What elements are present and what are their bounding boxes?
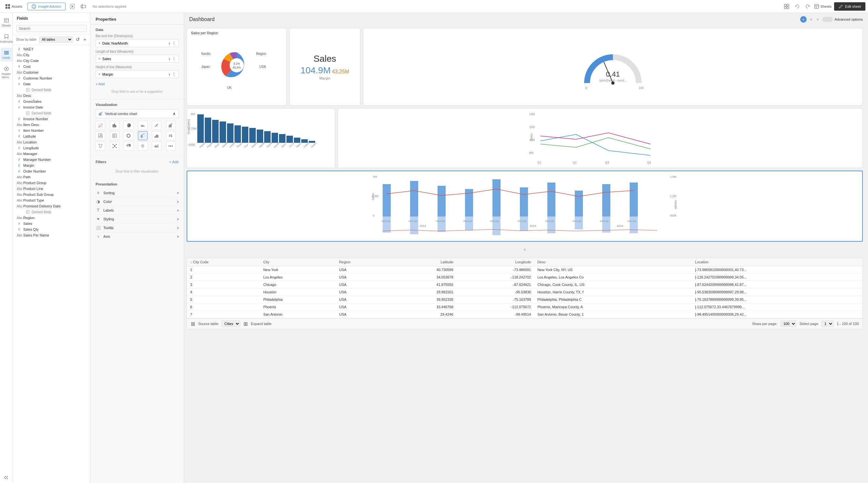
- field-item-path[interactable]: Abc Path: [13, 174, 90, 180]
- pres-styling[interactable]: ✦ Styling ›: [96, 215, 179, 223]
- table-row[interactable]: 3 Chicago USA 41.875555 -87.624421 Chica…: [187, 281, 863, 289]
- gauge-card[interactable]: 0.41 (sum(Sales) - sum(... 0 100: [363, 28, 863, 105]
- add-chart-button[interactable]: +: [800, 16, 807, 23]
- pres-sorting[interactable]: ≡ Sorting ›: [96, 189, 179, 198]
- field-item-product-sub-group[interactable]: Abc Product Sub Group: [13, 191, 90, 198]
- sheets-button[interactable]: Sheets: [814, 4, 832, 9]
- viz-icon-line[interactable]: 📈: [96, 121, 105, 130]
- field-item-latitude[interactable]: # Latitude: [13, 133, 90, 139]
- viz-icon-gauge[interactable]: [138, 121, 148, 130]
- field-item-item-number[interactable]: # Item Number: [13, 128, 90, 133]
- pres-axis[interactable]: ↕ Axis ›: [96, 232, 179, 241]
- viz-icon-histogram[interactable]: [152, 131, 161, 140]
- table-row[interactable]: 4 Houston USA 29.981501 -95.53836 Housto…: [187, 289, 863, 296]
- undo-button[interactable]: [794, 3, 801, 10]
- selection-tool-button[interactable]: [79, 2, 88, 11]
- bar-chart-card[interactable]: 6M 2.75M -500k Sum(Sales): [187, 108, 335, 168]
- viz-icon-scatter[interactable]: [152, 121, 161, 130]
- col-desc[interactable]: Desc: [534, 258, 692, 266]
- sales-kpi-card[interactable]: Sales 104.9M 43.25M Margin: [289, 28, 361, 105]
- date-year-month-field[interactable]: ≡ Date.YearMonth › ⋮: [96, 39, 179, 47]
- table-row[interactable]: 5 Philadelphia USA 39.952335 -75.163789 …: [187, 296, 863, 303]
- field-item-customer-number[interactable]: # Customer Number: [13, 75, 90, 81]
- table-row[interactable]: 1 New York USA 40.730599 -73.986581 New …: [187, 266, 863, 274]
- field-item-location[interactable]: Abc Location: [13, 139, 90, 145]
- field-item-city-code[interactable]: Abc City Code: [13, 58, 90, 64]
- field-item-customer[interactable]: Abc Customer: [13, 69, 90, 75]
- field-item-sales-qty[interactable]: # Sales Qty: [13, 227, 90, 232]
- viz-icon-funnel[interactable]: [96, 142, 105, 151]
- field-item-manager[interactable]: Abc Manager: [13, 151, 90, 157]
- field-item-pkey[interactable]: # %KEY: [13, 46, 90, 52]
- all-tables-select[interactable]: All tables: [39, 36, 73, 43]
- col-region[interactable]: Region: [336, 258, 388, 266]
- field-item-invoice-date[interactable]: # Invoice Date: [13, 104, 90, 110]
- sidebar-item-sheets[interactable]: Sheets: [1, 16, 12, 29]
- advanced-options-toggle[interactable]: [823, 17, 833, 22]
- table-icon-btn[interactable]: ⊞: [191, 321, 195, 327]
- col-city-code[interactable]: ↕ City Code: [187, 258, 260, 266]
- field-item-promised-delivery[interactable]: Abc Promised Delivery Date: [13, 203, 90, 209]
- field-derived-date[interactable]: Derived fields: [13, 87, 90, 93]
- field-item-desc[interactable]: Abc Desc: [13, 93, 90, 98]
- pres-labels[interactable]: T Labels ›: [96, 206, 179, 215]
- viz-icon-map[interactable]: [138, 142, 148, 151]
- redo-button[interactable]: [804, 3, 811, 10]
- pres-tooltip[interactable]: ⬜ Tooltip ›: [96, 223, 179, 232]
- fields-search-input[interactable]: [16, 25, 87, 32]
- add-field-button[interactable]: +: [83, 36, 87, 43]
- field-item-region[interactable]: Abc Region: [13, 215, 90, 221]
- field-item-manager-number[interactable]: # Manager Number: [13, 157, 90, 162]
- grid-view-button[interactable]: [782, 2, 791, 11]
- viz-icon-bar[interactable]: [110, 121, 120, 130]
- field-item-product-group[interactable]: Abc Product Group: [13, 180, 90, 186]
- sales-per-region-chart[interactable]: Sales per Region Nordic Japan Region USA…: [187, 28, 287, 105]
- field-item-product-type[interactable]: Abc Product Type: [13, 198, 90, 203]
- edit-sheet-button[interactable]: Edit sheet: [834, 2, 865, 11]
- combo-chart-card[interactable]: 5M 2.5M 0 Sales 1.9M 1.2M 600k Margin: [187, 171, 863, 242]
- viz-icon-table[interactable]: [110, 131, 120, 140]
- line-chart-card[interactable]: 14M 12M 10M 8M Sales Q1 Q2 Q3: [338, 108, 863, 168]
- col-latitude[interactable]: Latitude: [388, 258, 457, 266]
- col-city[interactable]: City: [260, 258, 336, 266]
- field-item-longitude[interactable]: # Longitude: [13, 145, 90, 151]
- field-item-city[interactable]: Abc City: [13, 52, 90, 58]
- field-derived-promised[interactable]: Derived fields: [13, 209, 90, 215]
- viz-icon-heatmap[interactable]: [124, 142, 133, 151]
- table-row[interactable]: 7 San Antonio USA 29.4246 -98.49514 San …: [187, 311, 863, 318]
- insight-advisor-tab[interactable]: Insight Advisor: [27, 3, 66, 10]
- field-item-cost[interactable]: # Cost: [13, 64, 90, 69]
- add-chart-below-button[interactable]: +: [188, 245, 862, 254]
- nav-prev-button[interactable]: ‹: [809, 16, 813, 23]
- source-table-select[interactable]: Cities: [221, 321, 240, 327]
- viz-icon-donut[interactable]: [124, 131, 133, 140]
- field-item-margin[interactable]: # Margin: [13, 162, 90, 168]
- margin-field[interactable]: ≡ Margin › ⋮: [96, 70, 179, 78]
- sidebar-item-master-items[interactable]: Master Items: [1, 64, 12, 81]
- viz-icon-combo[interactable]: [166, 121, 176, 130]
- refresh-button[interactable]: ↺: [75, 36, 81, 43]
- lasso-select-button[interactable]: [68, 2, 76, 11]
- viz-icon-waterfall[interactable]: [152, 142, 161, 151]
- table-row[interactable]: 2 Los Angeles USA 34.053678 -118.242702 …: [187, 274, 863, 281]
- col-longitude[interactable]: Longitude: [457, 258, 534, 266]
- viz-icon-pie[interactable]: [124, 121, 133, 130]
- viz-icon-network[interactable]: [110, 142, 120, 151]
- viz-icon-combo-selected[interactable]: [138, 131, 148, 140]
- table-row[interactable]: 6 Phoenix USA 33.446768 -112.075672 Phoe…: [187, 303, 863, 311]
- field-derived-invoice[interactable]: Derived fields: [13, 110, 90, 116]
- sidebar-item-bookmarks[interactable]: Bookmarks: [1, 32, 12, 45]
- add-filter-button[interactable]: + Add: [169, 159, 179, 165]
- field-item-invoice-number[interactable]: # Invoice Number: [13, 116, 90, 122]
- rows-per-page-select[interactable]: 100: [780, 321, 796, 327]
- select-page-select[interactable]: 1: [822, 321, 833, 327]
- nav-next-button[interactable]: ›: [816, 16, 819, 23]
- col-location[interactable]: Location: [692, 258, 863, 266]
- add-field-button[interactable]: + Add: [96, 81, 179, 87]
- sales-field[interactable]: ≡ Sales › ⋮: [96, 55, 179, 63]
- field-item-product-line[interactable]: Abc Product Line: [13, 186, 90, 191]
- field-item-gross-sales[interactable]: # GrossSales: [13, 98, 90, 104]
- viz-type-header[interactable]: Vertical combo chart ∧: [96, 109, 179, 118]
- assets-button[interactable]: Assets: [3, 3, 25, 10]
- sidebar-item-fields[interactable]: Fields: [1, 48, 12, 61]
